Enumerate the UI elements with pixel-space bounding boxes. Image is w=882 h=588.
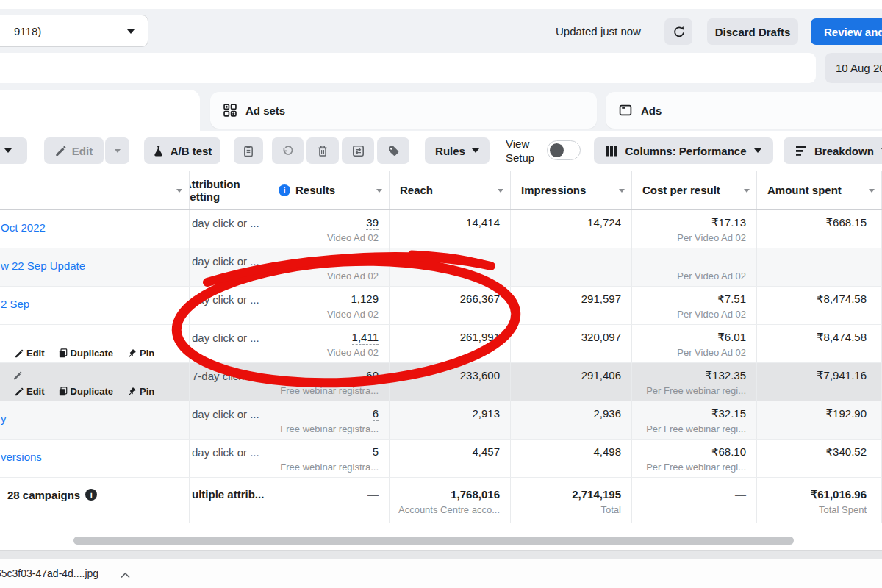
results-value[interactable]: 1,129 (351, 293, 379, 306)
chevron-down-icon (4, 148, 12, 153)
row-duplicate-action[interactable]: Duplicate (59, 348, 114, 359)
sort-caret-icon (176, 189, 182, 193)
row-actions: Edit Duplicate Pin (15, 386, 154, 397)
search-filter-bar[interactable] (0, 53, 816, 83)
top-white-strip (0, 0, 882, 9)
campaign-link[interactable]: y (1, 412, 7, 425)
column-header-amount-spent[interactable]: Amount spent (757, 171, 882, 209)
view-setup-toggle[interactable] (547, 140, 581, 160)
reach-value: 266,367 (390, 292, 500, 306)
toggle-knob (550, 143, 564, 157)
column-header-results[interactable]: i Results (268, 171, 390, 209)
inline-edit-pencil[interactable] (13, 370, 22, 383)
results-cell: 1,129Video Ad 02 (268, 287, 390, 324)
campaign-link[interactable]: Oct 2022 (1, 221, 46, 234)
spent-value: ₹7,941.16 (757, 368, 867, 383)
info-icon[interactable]: i (279, 184, 290, 196)
rules-button[interactable]: Rules (425, 137, 490, 164)
results-value[interactable]: 5 (373, 445, 379, 459)
tab-adsets[interactable]: Ad sets (210, 92, 597, 129)
amount-spent-cell: ₹8,474.58 (757, 287, 882, 324)
column-header-reach[interactable]: Reach (390, 171, 511, 209)
cpr-value: ₹17.13 (632, 215, 746, 230)
results-value[interactable]: 6 (373, 407, 379, 421)
column-header-impressions[interactable]: Impressions (511, 171, 632, 209)
refresh-icon (673, 26, 685, 38)
cpr-sub: Per Free webinar regi... (632, 461, 746, 474)
results-value[interactable]: 39 (366, 216, 379, 230)
results-cell: 1,411Video Ad 02 (268, 325, 390, 362)
pencil-icon (55, 146, 66, 157)
cost-per-result-cell: ₹132.35Per Free webinar regi... (632, 363, 757, 401)
paste-button[interactable] (234, 137, 263, 164)
campaign-name-cell: Edit Duplicate Pin (0, 325, 190, 362)
impressions-cell: 4,498 (511, 440, 632, 477)
row-edit-action[interactable]: Edit (15, 348, 45, 359)
attribution-cell: day click or ... (190, 401, 268, 439)
tab-adsets-label: Ad sets (245, 104, 285, 117)
horizontal-scrollbar-thumb[interactable] (74, 537, 794, 545)
review-publish-button[interactable]: Review and (811, 18, 882, 45)
cpr-sub: Per Video Ad 02 (632, 308, 746, 321)
row-duplicate-action[interactable]: Duplicate (59, 386, 114, 397)
attribution-cell: day click or ... (190, 440, 268, 477)
table-row: Edit Duplicate Pin day click or ... 1,41… (0, 325, 882, 363)
refresh-button[interactable] (664, 18, 692, 45)
edit-button[interactable]: Edit (44, 137, 104, 164)
tab-campaigns[interactable] (0, 90, 200, 134)
cpr-value: — (632, 254, 746, 268)
attribution-cell: 7-day click or ... (190, 363, 268, 401)
edit-more-button[interactable] (105, 137, 129, 164)
tab-ads[interactable]: Ads (606, 92, 882, 129)
results-value[interactable]: 60 (366, 369, 379, 383)
columns-button[interactable]: Columns: Performance (594, 137, 773, 164)
column-header-attribution[interactable]: Attribution setting (190, 171, 268, 209)
campaign-name-cell: versions (0, 440, 190, 477)
row-pin-action[interactable]: Pin (127, 348, 154, 359)
campaign-link[interactable]: versions (1, 451, 42, 463)
row-edit-action[interactable]: Edit (15, 386, 45, 397)
more-actions-button[interactable] (0, 137, 27, 164)
tag-button[interactable] (377, 137, 409, 164)
results-cell: 5Free webinar registra... (268, 440, 390, 477)
impressions-value: 291,406 (511, 368, 621, 383)
chevron-up-icon[interactable] (120, 569, 131, 582)
spent-value: ₹668.15 (757, 215, 867, 230)
discard-drafts-button[interactable]: Discard Drafts (707, 18, 798, 45)
amount-spent-cell: — (757, 248, 882, 286)
edit-label: Edit (72, 145, 93, 157)
row-pin-action[interactable]: Pin (127, 386, 154, 397)
reach-cell: 2,913 (390, 401, 511, 439)
ads-frame-icon (619, 104, 632, 117)
ab-test-button[interactable]: A/B test (144, 137, 220, 164)
cpr-value: ₹68.10 (632, 445, 746, 459)
placements-button[interactable] (342, 137, 374, 164)
column-header-cost-per-result[interactable]: Cost per result (632, 171, 757, 209)
reach-cell: — (390, 248, 511, 286)
results-cell: 39Video Ad 02 (268, 210, 390, 248)
attribution-header-label: Attribution setting (190, 178, 251, 203)
breakdown-button[interactable]: Breakdown (784, 137, 882, 164)
reach-value: — (390, 254, 500, 268)
results-cell: 60Free webinar registra... (268, 363, 390, 401)
undo-button[interactable] (272, 137, 304, 164)
sort-caret-icon (869, 189, 875, 193)
spent-total: ₹61,016.96 (757, 487, 867, 502)
delete-button[interactable] (306, 137, 339, 164)
results-value[interactable]: 1,411 (352, 331, 379, 345)
column-header-campaign[interactable] (0, 171, 190, 209)
campaigns-panel: Edit A/B test Rules (0, 131, 882, 550)
spent-total-cell: ₹61,016.96Total Spent (757, 478, 882, 523)
date-range-button[interactable]: 10 Aug 20 (825, 53, 882, 83)
campaign-name-cell: Oct 2022 (0, 210, 190, 248)
ab-test-label: A/B test (171, 145, 212, 157)
campaign-name-cell: y (0, 401, 190, 439)
campaign-link[interactable]: w 22 Sep Update (1, 259, 85, 272)
grid-icon (223, 104, 237, 117)
impressions-cell: 320,097 (511, 325, 632, 362)
reach-value: 261,991 (390, 330, 500, 345)
downloaded-file-name[interactable]: 65c3f03-47ad-4d....jpg (0, 567, 98, 579)
campaign-link[interactable]: 2 Sep (1, 298, 29, 310)
account-dropdown[interactable]: 9118) (0, 15, 148, 47)
info-icon[interactable]: i (85, 489, 97, 501)
